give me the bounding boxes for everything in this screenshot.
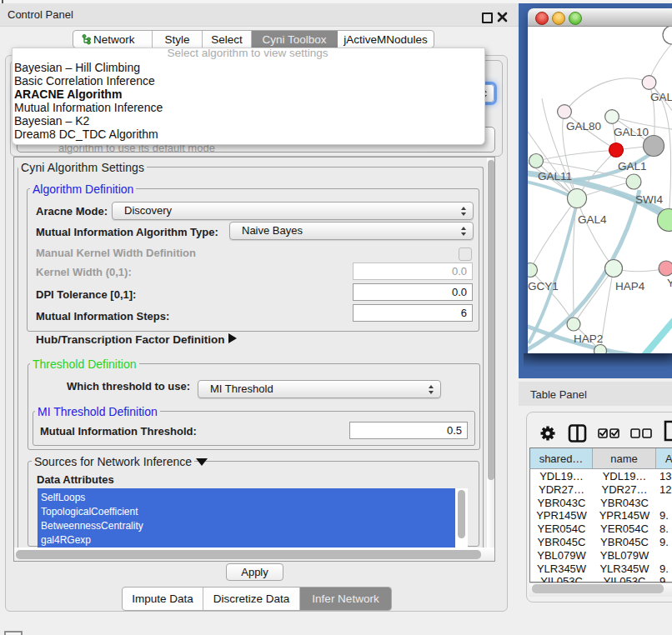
svg-text:HAP4: HAP4 bbox=[615, 280, 645, 292]
svg-text:GAL1: GAL1 bbox=[618, 160, 647, 172]
svg-text:GAL11: GAL11 bbox=[538, 170, 572, 182]
svg-text:GAL80: GAL80 bbox=[566, 120, 601, 132]
svg-text:GCY1: GCY1 bbox=[528, 280, 559, 292]
svg-text:GAL4: GAL4 bbox=[578, 213, 607, 226]
svg-text:HAP2: HAP2 bbox=[574, 332, 603, 345]
svg-text:GAL: GAL bbox=[650, 91, 672, 103]
svg-text:SWI4: SWI4 bbox=[635, 193, 663, 206]
svg-text:GAL10: GAL10 bbox=[614, 126, 649, 138]
svg-text:Y: Y bbox=[667, 277, 672, 289]
